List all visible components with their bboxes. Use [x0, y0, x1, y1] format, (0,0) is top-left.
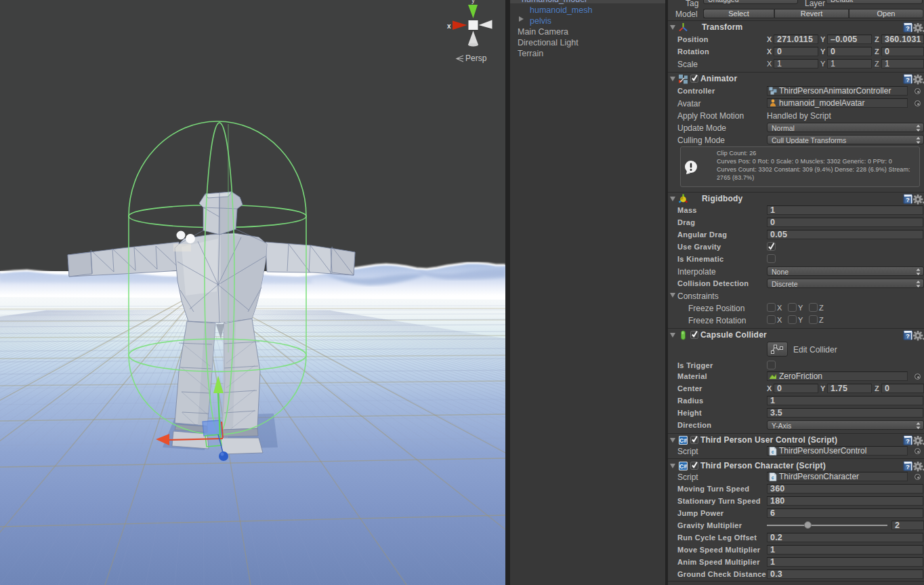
svg-text:?: ?: [906, 197, 910, 203]
svg-text:Persp: Persp: [465, 54, 487, 63]
svg-text:x: x: [447, 22, 451, 30]
svg-text:?: ?: [906, 77, 910, 83]
svg-text:?: ?: [906, 438, 910, 445]
svg-text:c: c: [772, 475, 774, 480]
svg-text:?: ?: [906, 333, 910, 340]
svg-text:C#: C#: [679, 437, 687, 444]
svg-text:?: ?: [906, 25, 910, 32]
svg-text:C#: C#: [679, 463, 687, 470]
svg-text:y: y: [471, 0, 475, 4]
svg-text:c: c: [772, 449, 774, 454]
svg-text:?: ?: [906, 464, 910, 470]
